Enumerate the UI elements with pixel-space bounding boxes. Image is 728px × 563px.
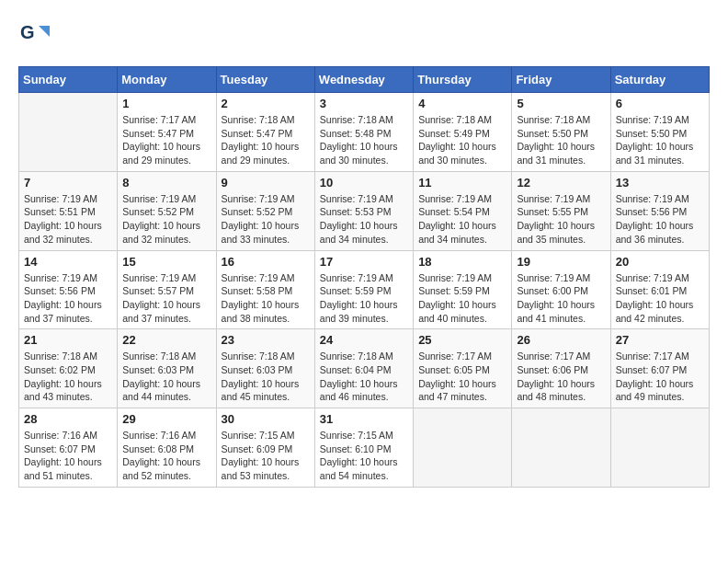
day-cell bbox=[19, 93, 118, 172]
day-number: 18 bbox=[418, 255, 506, 269]
day-cell: 15Sunrise: 7:19 AM Sunset: 5:57 PM Dayli… bbox=[118, 250, 216, 329]
day-number: 12 bbox=[517, 176, 605, 190]
day-cell bbox=[414, 408, 512, 488]
weekday-friday: Friday bbox=[512, 67, 610, 93]
day-number: 27 bbox=[616, 333, 704, 347]
logo: G bbox=[18, 18, 55, 52]
day-cell: 30Sunrise: 7:15 AM Sunset: 6:09 PM Dayli… bbox=[216, 408, 314, 488]
week-row-1: 1Sunrise: 7:17 AM Sunset: 5:47 PM Daylig… bbox=[19, 93, 710, 172]
day-cell: 12Sunrise: 7:19 AM Sunset: 5:55 PM Dayli… bbox=[512, 171, 610, 250]
day-cell: 26Sunrise: 7:17 AM Sunset: 6:06 PM Dayli… bbox=[512, 329, 610, 408]
day-info: Sunrise: 7:19 AM Sunset: 5:56 PM Dayligh… bbox=[616, 192, 704, 247]
day-number: 13 bbox=[616, 176, 704, 190]
weekday-tuesday: Tuesday bbox=[216, 67, 314, 93]
day-info: Sunrise: 7:17 AM Sunset: 6:05 PM Dayligh… bbox=[418, 350, 506, 404]
day-info: Sunrise: 7:16 AM Sunset: 6:08 PM Dayligh… bbox=[122, 429, 210, 483]
day-info: Sunrise: 7:18 AM Sunset: 5:50 PM Dayligh… bbox=[517, 113, 605, 167]
day-info: Sunrise: 7:19 AM Sunset: 5:50 PM Dayligh… bbox=[616, 113, 704, 167]
day-cell: 3Sunrise: 7:18 AM Sunset: 5:48 PM Daylig… bbox=[314, 93, 413, 172]
day-cell: 29Sunrise: 7:16 AM Sunset: 6:08 PM Dayli… bbox=[118, 408, 216, 488]
day-number: 15 bbox=[122, 255, 210, 269]
day-cell: 23Sunrise: 7:18 AM Sunset: 6:03 PM Dayli… bbox=[216, 329, 314, 408]
day-info: Sunrise: 7:19 AM Sunset: 5:56 PM Dayligh… bbox=[24, 271, 112, 326]
day-info: Sunrise: 7:19 AM Sunset: 5:59 PM Dayligh… bbox=[418, 271, 506, 326]
day-number: 21 bbox=[24, 333, 112, 347]
day-number: 24 bbox=[320, 333, 408, 347]
weekday-header-row: SundayMondayTuesdayWednesdayThursdayFrid… bbox=[19, 67, 710, 93]
day-cell: 24Sunrise: 7:18 AM Sunset: 6:04 PM Dayli… bbox=[314, 329, 413, 408]
day-number: 10 bbox=[320, 176, 408, 190]
day-info: Sunrise: 7:19 AM Sunset: 5:53 PM Dayligh… bbox=[320, 192, 408, 247]
week-row-5: 28Sunrise: 7:16 AM Sunset: 6:07 PM Dayli… bbox=[19, 408, 710, 488]
day-cell: 28Sunrise: 7:16 AM Sunset: 6:07 PM Dayli… bbox=[19, 408, 118, 488]
logo-icon: G bbox=[18, 18, 51, 52]
day-info: Sunrise: 7:19 AM Sunset: 5:57 PM Dayligh… bbox=[122, 271, 210, 326]
day-info: Sunrise: 7:19 AM Sunset: 5:54 PM Dayligh… bbox=[418, 192, 506, 247]
day-cell: 19Sunrise: 7:19 AM Sunset: 6:00 PM Dayli… bbox=[512, 250, 610, 329]
day-cell: 27Sunrise: 7:17 AM Sunset: 6:07 PM Dayli… bbox=[610, 329, 709, 408]
svg-marker-2 bbox=[39, 26, 50, 37]
day-info: Sunrise: 7:19 AM Sunset: 5:52 PM Dayligh… bbox=[122, 192, 210, 247]
day-cell: 22Sunrise: 7:18 AM Sunset: 6:03 PM Dayli… bbox=[118, 329, 216, 408]
day-info: Sunrise: 7:19 AM Sunset: 5:59 PM Dayligh… bbox=[320, 271, 408, 326]
day-cell: 4Sunrise: 7:18 AM Sunset: 5:49 PM Daylig… bbox=[414, 93, 512, 172]
day-cell: 31Sunrise: 7:15 AM Sunset: 6:10 PM Dayli… bbox=[314, 408, 413, 488]
day-cell: 17Sunrise: 7:19 AM Sunset: 5:59 PM Dayli… bbox=[314, 250, 413, 329]
day-info: Sunrise: 7:15 AM Sunset: 6:10 PM Dayligh… bbox=[320, 429, 408, 483]
day-info: Sunrise: 7:18 AM Sunset: 5:48 PM Dayligh… bbox=[320, 113, 408, 167]
weekday-wednesday: Wednesday bbox=[314, 67, 413, 93]
day-info: Sunrise: 7:18 AM Sunset: 6:04 PM Dayligh… bbox=[320, 350, 408, 404]
day-cell bbox=[610, 408, 709, 488]
day-number: 17 bbox=[320, 255, 408, 269]
day-info: Sunrise: 7:18 AM Sunset: 5:47 PM Dayligh… bbox=[222, 113, 310, 167]
day-cell: 8Sunrise: 7:19 AM Sunset: 5:52 PM Daylig… bbox=[118, 171, 216, 250]
day-cell: 11Sunrise: 7:19 AM Sunset: 5:54 PM Dayli… bbox=[414, 171, 512, 250]
week-row-2: 7Sunrise: 7:19 AM Sunset: 5:51 PM Daylig… bbox=[19, 171, 710, 250]
day-number: 11 bbox=[418, 176, 506, 190]
day-number: 6 bbox=[616, 97, 704, 110]
day-info: Sunrise: 7:18 AM Sunset: 6:02 PM Dayligh… bbox=[24, 350, 112, 404]
day-number: 29 bbox=[122, 412, 210, 426]
day-number: 20 bbox=[616, 255, 704, 269]
day-number: 1 bbox=[122, 97, 210, 110]
day-number: 19 bbox=[517, 255, 605, 269]
day-info: Sunrise: 7:19 AM Sunset: 6:01 PM Dayligh… bbox=[616, 271, 704, 326]
day-info: Sunrise: 7:18 AM Sunset: 6:03 PM Dayligh… bbox=[222, 350, 310, 404]
day-cell: 2Sunrise: 7:18 AM Sunset: 5:47 PM Daylig… bbox=[216, 93, 314, 172]
day-number: 14 bbox=[24, 255, 112, 269]
weekday-thursday: Thursday bbox=[414, 67, 512, 93]
weekday-monday: Monday bbox=[118, 67, 216, 93]
day-cell: 13Sunrise: 7:19 AM Sunset: 5:56 PM Dayli… bbox=[610, 171, 709, 250]
svg-text:G: G bbox=[20, 22, 35, 42]
week-row-4: 21Sunrise: 7:18 AM Sunset: 6:02 PM Dayli… bbox=[19, 329, 710, 408]
day-number: 2 bbox=[222, 97, 310, 110]
day-number: 4 bbox=[418, 97, 506, 110]
day-info: Sunrise: 7:16 AM Sunset: 6:07 PM Dayligh… bbox=[24, 429, 112, 483]
day-number: 3 bbox=[320, 97, 408, 110]
day-number: 23 bbox=[222, 333, 310, 347]
day-cell: 10Sunrise: 7:19 AM Sunset: 5:53 PM Dayli… bbox=[314, 171, 413, 250]
day-cell: 21Sunrise: 7:18 AM Sunset: 6:02 PM Dayli… bbox=[19, 329, 118, 408]
day-cell: 14Sunrise: 7:19 AM Sunset: 5:56 PM Dayli… bbox=[19, 250, 118, 329]
day-info: Sunrise: 7:19 AM Sunset: 5:51 PM Dayligh… bbox=[24, 192, 112, 247]
weekday-sunday: Sunday bbox=[19, 67, 118, 93]
day-info: Sunrise: 7:18 AM Sunset: 5:49 PM Dayligh… bbox=[418, 113, 506, 167]
day-cell: 7Sunrise: 7:19 AM Sunset: 5:51 PM Daylig… bbox=[19, 171, 118, 250]
day-cell: 9Sunrise: 7:19 AM Sunset: 5:52 PM Daylig… bbox=[216, 171, 314, 250]
day-info: Sunrise: 7:19 AM Sunset: 6:00 PM Dayligh… bbox=[517, 271, 605, 326]
day-number: 8 bbox=[122, 176, 210, 190]
calendar-body: 1Sunrise: 7:17 AM Sunset: 5:47 PM Daylig… bbox=[19, 93, 710, 488]
day-info: Sunrise: 7:17 AM Sunset: 6:07 PM Dayligh… bbox=[616, 350, 704, 404]
weekday-saturday: Saturday bbox=[610, 67, 709, 93]
day-number: 30 bbox=[222, 412, 310, 426]
day-info: Sunrise: 7:17 AM Sunset: 5:47 PM Dayligh… bbox=[122, 113, 210, 167]
week-row-3: 14Sunrise: 7:19 AM Sunset: 5:56 PM Dayli… bbox=[19, 250, 710, 329]
day-cell: 1Sunrise: 7:17 AM Sunset: 5:47 PM Daylig… bbox=[118, 93, 216, 172]
day-number: 26 bbox=[517, 333, 605, 347]
day-cell: 6Sunrise: 7:19 AM Sunset: 5:50 PM Daylig… bbox=[610, 93, 709, 172]
day-number: 9 bbox=[222, 176, 310, 190]
day-info: Sunrise: 7:19 AM Sunset: 5:58 PM Dayligh… bbox=[222, 271, 310, 326]
day-cell: 25Sunrise: 7:17 AM Sunset: 6:05 PM Dayli… bbox=[414, 329, 512, 408]
day-cell: 20Sunrise: 7:19 AM Sunset: 6:01 PM Dayli… bbox=[610, 250, 709, 329]
day-number: 7 bbox=[24, 176, 112, 190]
